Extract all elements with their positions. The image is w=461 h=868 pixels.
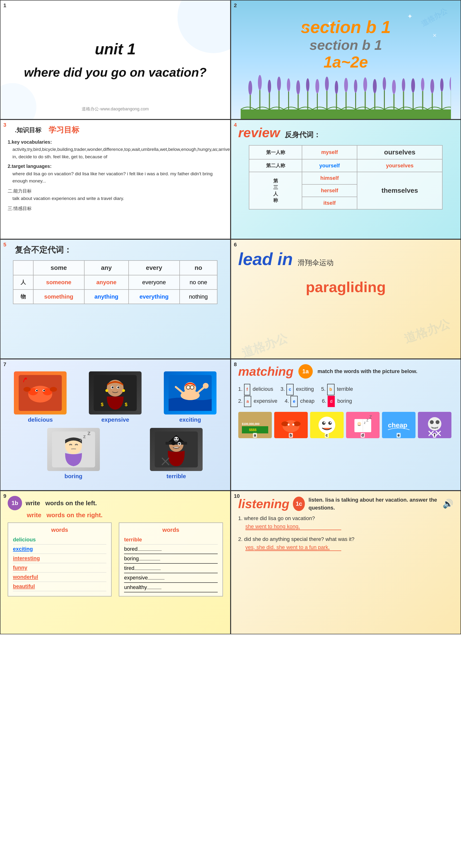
indef-header-any: any (84, 260, 129, 275)
target-text: where did lisa go on vacation? did lisa … (8, 170, 223, 185)
svg-point-56 (43, 390, 45, 391)
corner-2: 2 (234, 2, 237, 9)
svg-point-51 (24, 387, 31, 392)
review-title: review (238, 125, 280, 140)
match-instruction: match the words with the picture below. (317, 368, 418, 374)
objectives-label-red: 学习目标 (49, 125, 79, 135)
thumbnail-row: $100,000,000 $$$$ a b (238, 412, 454, 438)
svg-point-32 (392, 80, 396, 94)
svg-point-62 (112, 386, 114, 389)
word-expensive: expensive (124, 573, 217, 583)
svg-text:Z: Z (369, 415, 372, 420)
no-one: no one (180, 275, 217, 289)
pic-box-exciting (164, 371, 216, 414)
cell-objectives: 3 .知识目标 学习目标 1.key vocabularies: activit… (0, 120, 230, 239)
indef-row-thing: 物 something anything everything nothing (13, 289, 217, 304)
svg-text:z: z (87, 432, 91, 436)
svg-point-2 (248, 81, 252, 95)
word-col-left: words delicious exciting interesting fun… (8, 523, 112, 596)
itself: itself (302, 197, 357, 209)
cell-write: 9 1b write words on the left. write word… (0, 491, 230, 634)
svg-point-8 (277, 76, 281, 91)
section-subtitle: 1a~2e (324, 53, 368, 71)
pic-terrible: terrible (150, 428, 203, 479)
thumb-label-a: a (253, 433, 257, 438)
svg-text:$$$$: $$$$ (249, 428, 256, 432)
svg-point-63 (117, 386, 119, 389)
food-svg (19, 375, 62, 411)
himself: himself (302, 172, 357, 184)
corner-1: 1 (3, 2, 6, 9)
main-grid: 1 unit 1 where did you go on vacation? 道… (0, 0, 461, 634)
match-box-4: e (290, 396, 298, 407)
label-exciting: exciting (179, 416, 201, 423)
write-inst-line1: write words on the left. (26, 499, 97, 507)
everyone: everyone (129, 275, 180, 289)
svg-point-73 (187, 386, 189, 389)
sparkle-4: × (303, 24, 307, 32)
svg-text:cheap: cheap (388, 422, 407, 429)
svg-point-103 (281, 422, 288, 426)
qa-answer-1: she went to hong kong. (245, 523, 341, 530)
word-delicious: delicious (13, 535, 106, 545)
svg-point-89 (177, 438, 178, 439)
unit-title: unit 1 (95, 40, 136, 58)
pic-boring: z z z boring (47, 428, 100, 479)
myself: myself (302, 145, 357, 159)
pic-exciting: exciting (164, 371, 216, 423)
svg-point-124 (430, 420, 434, 424)
yourselves: yourselves (357, 159, 442, 172)
paragliding-word: paragliding (306, 278, 386, 296)
badge-1c: 1c (293, 497, 305, 511)
lavender-svg (241, 71, 451, 119)
svg-point-40 (430, 79, 434, 93)
match-word-1: delicious (253, 386, 273, 392)
svg-point-112 (330, 422, 331, 423)
word-beautiful: beautiful (13, 582, 106, 591)
svg-point-106 (293, 424, 294, 426)
svg-point-14 (306, 78, 309, 92)
svg-point-24 (354, 80, 357, 93)
word-funny: funny (13, 563, 106, 572)
thumb-c: c (310, 412, 344, 438)
word-terrible: terrible (124, 535, 217, 545)
cell-section-b1: 2 section b 1 section b 1 1a~2e ✦ ✦ × × (230, 0, 461, 120)
indefinite-table: some any every no 人 someone anyone every… (13, 260, 217, 304)
someone: someone (33, 275, 84, 289)
corner-7: 7 (3, 361, 6, 368)
anyone: anyone (84, 275, 129, 289)
cell-lead-in: 6 lead in 滑翔伞运动 paragliding 道格办公 道格办公 (230, 239, 461, 359)
match-num-5: 5. (321, 386, 327, 392)
svg-point-94 (178, 443, 180, 445)
word-col-right: words terrible bored boring tired expens… (119, 523, 223, 596)
svg-text:z: z (83, 433, 86, 439)
svg-point-111 (324, 422, 325, 423)
word-unhealthy: unhealthy (124, 583, 217, 592)
qa-item-1: 1. where did lisa go on vacation? she we… (238, 515, 454, 530)
watermark-1: 道格办公-www.daogebangong.com (82, 106, 149, 112)
svg-point-12 (296, 80, 300, 95)
label-1person: 第一人称 (249, 145, 302, 159)
objectives-label-black: .知识目标 (15, 126, 41, 134)
sparkle-2: ✦ (407, 12, 412, 20)
pic-box-terrible (150, 428, 203, 471)
match-list: 1. f delicious 3. c exciting 5. b terrib… (238, 383, 454, 407)
qa-section: 1. where did lisa go on vacation? she we… (238, 515, 454, 551)
table-row-2person: 第二人称 yourself yourselves (249, 159, 442, 172)
svg-text:$: $ (125, 402, 127, 407)
badge-1a: 1a (298, 364, 313, 378)
pic-box-expensive: $ $ (89, 371, 142, 414)
svg-point-52 (50, 387, 57, 392)
terrible-svg (155, 432, 198, 467)
match-box-3: c (286, 384, 294, 395)
match-word-4: cheap (300, 398, 314, 404)
thumb-f: f (418, 412, 452, 438)
svg-point-6 (268, 80, 271, 93)
match-box-1: f (244, 384, 250, 395)
label-3person: 第三人称 (249, 172, 302, 209)
svg-rect-0 (241, 110, 451, 119)
match-num-1: 1. (238, 386, 244, 392)
vocab-label: 1.key vocabularies: (8, 140, 52, 145)
lead-in-subtitle: 滑翔伞运动 (298, 258, 334, 268)
match-row-1: 1. f delicious 3. c exciting 5. b terrib… (238, 383, 454, 395)
